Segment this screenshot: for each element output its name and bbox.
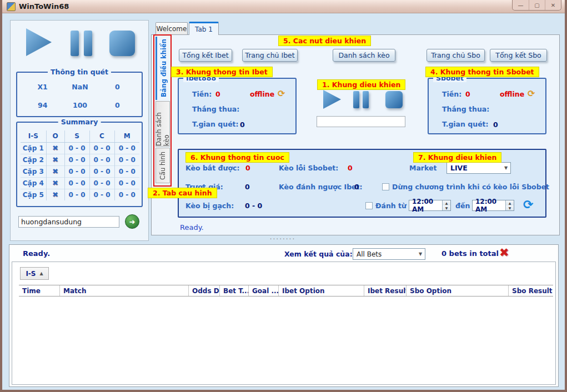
- col-header-ibet-result[interactable]: Ibet Result: [364, 285, 407, 296]
- filter-value: All Bets: [357, 250, 382, 258]
- market-label: Market: [409, 164, 436, 172]
- go-arrow-icon: ➜: [129, 218, 136, 226]
- scan-time-value: 0: [493, 120, 498, 129]
- refresh-icon[interactable]: ⟳: [278, 88, 285, 99]
- group-collapse-button[interactable]: I-S ▲: [20, 267, 49, 280]
- stop-button[interactable]: [385, 91, 403, 108]
- stop-scan-button[interactable]: [109, 31, 135, 56]
- crossed-label: Kèo bị gạch:: [185, 202, 234, 210]
- spinner-arrows[interactable]: ▲ ▼: [442, 200, 450, 210]
- close-icon[interactable]: ✕: [545, 0, 561, 10]
- sidetab-cau-hinh[interactable]: Cấu hình: [155, 148, 170, 183]
- stop-on-error-label: Dừng chương trình khi có kèo lỗi Sbobet: [392, 183, 549, 191]
- score-cell: 0 - 0: [89, 165, 114, 177]
- collapse-arrow-icon: ▲: [39, 271, 43, 276]
- start-scan-button[interactable]: [26, 28, 52, 56]
- score-cell: 0 - 0: [89, 154, 114, 165]
- score-cell: 0 - 0: [64, 142, 89, 154]
- crossed-value: 0 - 0: [245, 202, 262, 210]
- tong-ket-sbo-button[interactable]: Tổng kết Sbo: [490, 49, 547, 62]
- window-controls: — ▢ ✕: [512, 0, 561, 11]
- col-header-match[interactable]: Match: [60, 285, 189, 296]
- spin-down-icon[interactable]: ▼: [506, 205, 514, 210]
- col-header-sbo-result[interactable]: Sbo Result: [509, 285, 553, 296]
- refresh-icon[interactable]: ⟳: [528, 88, 535, 99]
- scan-info-group: Thông tin quét X1 NaN 0 94 100 0: [16, 72, 143, 117]
- winloss-label: Thắng thua:: [442, 105, 489, 113]
- caught-label: Kèo bắt được:: [185, 164, 239, 172]
- score-cell: 0 - 0: [64, 177, 89, 189]
- annotation-5: 5. Cac nut dieu khien: [278, 36, 371, 46]
- go-button[interactable]: ➜: [125, 214, 139, 229]
- winloss-label: Thắng thua:: [192, 105, 239, 113]
- spinner-arrows[interactable]: ▲ ▼: [505, 200, 514, 210]
- spin-down-icon[interactable]: ▼: [443, 205, 450, 210]
- summary-table: I-S O S C M Cặp 1 ✖ 0 - 0 0 - 0 0 - 0: [21, 130, 139, 200]
- score-cell: 0 - 0: [114, 177, 139, 189]
- scan-value: 100: [61, 101, 98, 109]
- market-select[interactable]: LIVE ▼: [446, 162, 511, 174]
- score-cell: 0 - 0: [114, 142, 139, 154]
- chevron-down-icon: ▼: [416, 252, 425, 257]
- play-icon: [323, 90, 341, 109]
- splitter-handle[interactable]: ········: [2, 235, 563, 243]
- sidetab-danh-sach-keo[interactable]: Danh sách kèo: [155, 101, 170, 147]
- summary-header-row: I-S O S C M: [21, 130, 139, 142]
- spin-up-icon[interactable]: ▲: [506, 200, 514, 205]
- col-header-bet-type[interactable]: Bet T...: [220, 285, 249, 296]
- window-title: WinToWin68: [19, 2, 69, 11]
- bets-filter-select[interactable]: All Bets ▼: [353, 248, 425, 260]
- trang-chu-sbo-button[interactable]: Trang chủ Sbo: [426, 49, 485, 62]
- pair-label: Cặp 4: [21, 177, 46, 189]
- pause-icon: [84, 31, 92, 56]
- summary-col-header: O: [46, 130, 64, 142]
- from-time-spinner[interactable]: 12:00 AM ▲ ▼: [409, 200, 451, 211]
- bet-time-checkbox[interactable]: [365, 202, 373, 209]
- tong-ket-ibet-button[interactable]: Tổng kết Ibet: [179, 49, 232, 62]
- col-header-goal[interactable]: Goal ...: [249, 285, 279, 296]
- summary-title: Summary: [58, 118, 101, 126]
- refresh-icon[interactable]: ⟳: [523, 198, 533, 212]
- danh-sach-keo-button[interactable]: Danh sách kèo: [333, 49, 395, 62]
- table-row: Cặp 5 ✖ 0 - 0 0 - 0 0 - 0: [21, 189, 139, 200]
- left-control-panel: Thông tin quét X1 NaN 0 94 100 0 Summary…: [10, 20, 149, 241]
- col-header-time[interactable]: Time: [19, 285, 60, 296]
- stop-on-error-checkbox[interactable]: [382, 183, 389, 190]
- from-time-value: 12:00 AM: [409, 200, 442, 210]
- tab-tab1[interactable]: Tab 1: [189, 22, 219, 35]
- pause-icon: [71, 31, 79, 56]
- annotation-3: 3. Khung thong tin Ibet: [171, 67, 273, 77]
- filter-label: Xem kết quả của:: [284, 250, 353, 258]
- pair-label: Cặp 3: [21, 165, 46, 177]
- guide-input[interactable]: [18, 216, 119, 228]
- to-time-spinner[interactable]: 12:00 AM ▲ ▼: [472, 200, 514, 211]
- results-header-row: Time Match Odds D... Bet T... Goal ... I…: [19, 285, 553, 296]
- red-x-icon: ✖: [46, 142, 64, 154]
- money-label: Tiền:: [442, 90, 461, 98]
- col-header-odds[interactable]: Odds D...: [189, 285, 220, 296]
- ibet-info-group: Ibet888 Tiền: 0 offline ⟳ Thắng thua: T.…: [178, 78, 297, 134]
- score-cell: 0 - 0: [89, 142, 114, 154]
- control-input[interactable]: [317, 116, 405, 127]
- spin-up-icon[interactable]: ▲: [443, 200, 450, 205]
- money-value: 0: [465, 90, 470, 98]
- guide-row: ➜: [11, 212, 149, 234]
- pause-scan-button[interactable]: [71, 31, 92, 56]
- caught-value: 0: [245, 164, 250, 172]
- tab-welcome[interactable]: Welcome: [155, 22, 188, 35]
- col-header-ibet-option[interactable]: Ibet Option: [279, 285, 364, 296]
- scan-info-title: Thông tin quét: [48, 68, 111, 76]
- score-cell: 0 - 0: [114, 154, 139, 165]
- scan-value: NaN: [61, 83, 98, 91]
- start-button[interactable]: [323, 90, 341, 109]
- pause-button[interactable]: [353, 91, 369, 108]
- maximize-icon[interactable]: ▢: [529, 0, 545, 10]
- sidetab-bang-dieu-khien[interactable]: Bảng điều khiển: [155, 37, 170, 100]
- money-value: 0: [215, 90, 220, 98]
- col-header-sbo-option[interactable]: Sbo Option: [407, 285, 509, 296]
- trang-chu-ibet-button[interactable]: Trang chủ Ibet: [242, 49, 298, 62]
- scan-info-values: X1 NaN 0 94 100 0: [24, 83, 136, 109]
- minimize-icon[interactable]: —: [513, 0, 529, 10]
- stop-icon: [385, 91, 403, 108]
- clear-results-icon[interactable]: ✖: [499, 246, 509, 259]
